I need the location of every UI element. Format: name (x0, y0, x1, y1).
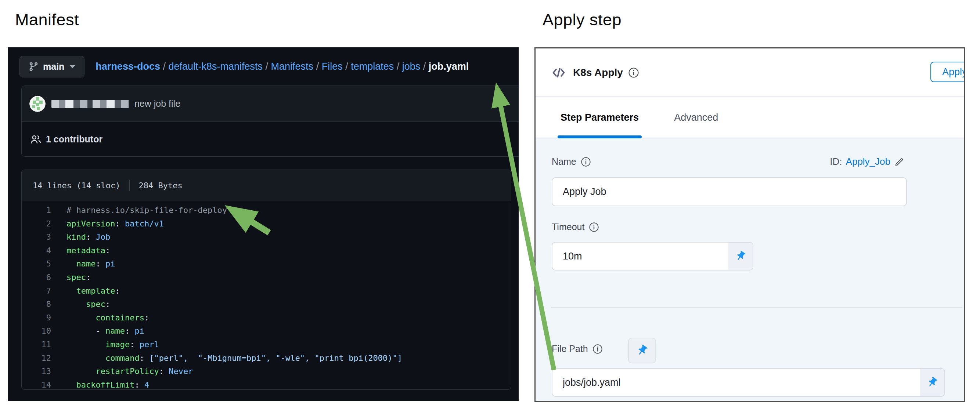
code-text: name: pi (67, 257, 115, 271)
code-line: 3kind: Job (22, 230, 511, 244)
stats-divider (129, 180, 130, 191)
id-label: ID: (830, 156, 842, 167)
breadcrumb-link[interactable]: Files (322, 61, 343, 72)
code-line: 6spec: (22, 271, 511, 284)
code-line: 5 name: pi (22, 257, 511, 271)
line-number[interactable]: 6 (22, 271, 51, 284)
code-line: 2apiVersion: batch/v1 (22, 217, 511, 231)
code-text: command: ["perl", "-Mbignum=bpi", "-wle"… (67, 352, 402, 365)
code-text: kind: Job (67, 230, 110, 244)
line-number[interactable]: 8 (22, 298, 51, 311)
breadcrumb-link[interactable]: Manifests (271, 61, 314, 72)
breadcrumb-link[interactable]: jobs (402, 61, 421, 72)
code-line: 13 restartPolicy: Never (22, 365, 511, 378)
code-line: 1# harness.io/skip-file-for-deploy (22, 204, 511, 217)
line-number[interactable]: 10 (22, 324, 51, 338)
file-path-pin-toggle[interactable] (920, 369, 944, 396)
line-number[interactable]: 11 (22, 338, 51, 352)
info-icon[interactable] (592, 344, 603, 354)
code-text: spec: (67, 271, 91, 284)
commit-card: new job file 1 contributor (21, 86, 519, 157)
edit-pencil-icon[interactable] (894, 157, 904, 167)
apply-step-title: Apply step (542, 10, 622, 29)
breadcrumb: harness-docs / default-k8s-manifests / M… (95, 61, 469, 72)
line-number[interactable]: 2 (22, 217, 51, 231)
section-divider (551, 307, 963, 308)
line-number[interactable]: 13 (22, 365, 51, 378)
line-number[interactable]: 12 (22, 352, 51, 365)
code-text: metadata: (67, 244, 110, 258)
avatar[interactable] (29, 96, 46, 112)
step-title: K8s Apply (573, 67, 623, 79)
line-number[interactable]: 14 (22, 378, 51, 390)
step-parameters-content: Name ID: Apply_Job Timeout (536, 138, 964, 401)
name-input-box (552, 177, 907, 206)
code-card: 14 lines (14 sloc) 284 Bytes 1# harness.… (21, 170, 511, 390)
breadcrumb-separator: / (160, 61, 169, 72)
line-number[interactable]: 1 (22, 204, 51, 217)
info-icon[interactable] (628, 67, 639, 78)
name-label: Name (552, 156, 576, 167)
code-step-icon (551, 66, 566, 79)
breadcrumb-separator: / (343, 61, 351, 72)
line-number[interactable]: 9 (22, 311, 51, 325)
repo-bar: main harness-docs / default-k8s-manifest… (19, 48, 469, 86)
lines-info: 14 lines (14 sloc) (33, 181, 120, 190)
code-text: image: perl (67, 338, 159, 352)
apply-changes-button[interactable]: Apply (931, 62, 965, 82)
code-line: 12 command: ["perl", "-Mbignum=bpi", "-w… (22, 352, 511, 365)
file-path-input-box (552, 368, 945, 397)
line-number[interactable]: 3 (22, 230, 51, 244)
people-icon (30, 133, 41, 144)
chevron-down-icon (69, 65, 75, 68)
code-line: 14 backoffLimit: 4 (22, 378, 511, 390)
breadcrumb-link[interactable]: templates (351, 61, 394, 72)
github-file-panel: main harness-docs / default-k8s-manifest… (8, 48, 519, 401)
code-line: 11 image: perl (22, 338, 511, 352)
code-line: 7 template: (22, 284, 511, 298)
tab-step-parameters[interactable]: Step Parameters (560, 97, 639, 138)
breadcrumb-link[interactable]: default-k8s-manifests (168, 61, 262, 72)
file-path-label: File Path (552, 344, 588, 354)
code-text: - name: pi (67, 324, 144, 338)
line-number[interactable]: 4 (22, 244, 51, 258)
contributors-label[interactable]: 1 contributor (46, 134, 102, 144)
timeout-input-box (552, 242, 753, 271)
name-label-row: Name (552, 156, 591, 167)
commit-message[interactable]: new job file (134, 98, 180, 109)
breadcrumb-separator: / (394, 61, 402, 72)
line-number[interactable]: 5 (22, 257, 51, 271)
branch-selector[interactable]: main (19, 56, 84, 78)
line-number[interactable]: 7 (22, 284, 51, 298)
timeout-input[interactable] (552, 243, 729, 270)
file-path-pin-button[interactable] (628, 338, 656, 363)
breadcrumb-separator: / (262, 61, 271, 72)
code-line: 8 spec: (22, 298, 511, 311)
info-icon[interactable] (581, 157, 591, 167)
id-value-link[interactable]: Apply_Job (846, 156, 890, 167)
git-branch-icon (29, 62, 38, 71)
size-info: 284 Bytes (138, 181, 182, 190)
code-text: containers: (67, 311, 149, 325)
info-icon[interactable] (589, 222, 599, 232)
k8s-apply-step-panel: K8s Apply Apply Step Parameters Advanced… (535, 48, 965, 402)
code-text: spec: (67, 298, 110, 311)
timeout-pin-toggle[interactable] (729, 243, 752, 270)
breadcrumb-current-file: job.yaml (429, 61, 469, 72)
file-path-input[interactable] (552, 369, 920, 396)
code-text: restartPolicy: Never (67, 365, 193, 378)
breadcrumb-separator: / (313, 61, 322, 72)
breadcrumb-link[interactable]: harness-docs (95, 61, 160, 72)
name-input[interactable] (552, 178, 906, 206)
timeout-label: Timeout (552, 222, 584, 232)
manifest-title: Manifest (15, 10, 79, 29)
breadcrumb-separator: / (420, 61, 429, 72)
code-line: 10 - name: pi (22, 324, 511, 338)
file-stats-bar: 14 lines (14 sloc) 284 Bytes (22, 170, 511, 201)
step-tabs: Step Parameters Advanced (536, 97, 964, 138)
latest-commit-row: new job file (22, 86, 519, 122)
redacted-username (51, 100, 129, 108)
tab-advanced[interactable]: Advanced (674, 97, 718, 138)
file-path-label-row: File Path (552, 344, 603, 354)
code-line: 9 containers: (22, 311, 511, 325)
